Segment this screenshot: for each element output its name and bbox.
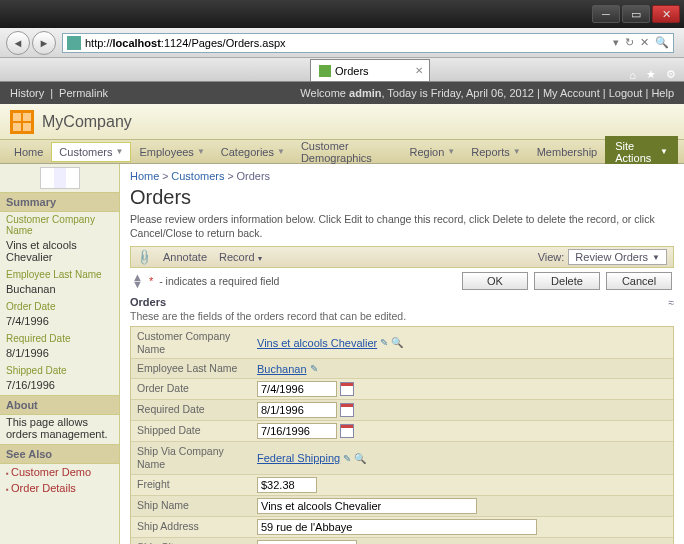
tab-orders[interactable]: Orders ✕ bbox=[310, 59, 430, 81]
required-text: - indicates a required field bbox=[159, 275, 279, 287]
delete-button[interactable]: Delete bbox=[534, 272, 600, 290]
search-icon[interactable]: 🔍 bbox=[655, 36, 669, 49]
refresh-icon[interactable]: ↻ bbox=[625, 36, 634, 49]
breadcrumb: Home > Customers > Orders bbox=[130, 168, 674, 184]
menu-membership[interactable]: Membership bbox=[529, 142, 606, 162]
company-name: MyCompany bbox=[42, 113, 132, 131]
calendar-icon[interactable] bbox=[340, 403, 354, 417]
date-text: , Today is Friday, April 06, 2012 bbox=[381, 87, 533, 99]
dropdown-icon[interactable]: ▾ bbox=[613, 36, 619, 49]
minimize-button[interactable]: ─ bbox=[592, 5, 620, 23]
section-description: These are the fields of the orders recor… bbox=[130, 310, 674, 322]
logout-link[interactable]: Logout bbox=[609, 87, 643, 99]
bc-customers[interactable]: Customers bbox=[171, 170, 224, 182]
permalink-link[interactable]: Permalink bbox=[59, 87, 108, 99]
ccn-link[interactable]: Vins et alcools Chevalier bbox=[257, 337, 377, 349]
main-menu: Home Customers▼ Employees▼ Categories▼ C… bbox=[0, 140, 684, 164]
favicon bbox=[67, 36, 81, 50]
my-account-link[interactable]: My Account bbox=[543, 87, 600, 99]
sidebar-about-text: This page allows orders management. bbox=[0, 415, 119, 444]
order-date-input[interactable] bbox=[257, 381, 337, 397]
bc-current: Orders bbox=[236, 170, 270, 182]
address-bar[interactable]: http://localhost:1124/Pages/Orders.aspx … bbox=[62, 33, 674, 53]
bc-home[interactable]: Home bbox=[130, 170, 159, 182]
sv-label: Ship Via Company Name bbox=[131, 442, 253, 473]
forward-button[interactable]: ► bbox=[32, 31, 56, 55]
sa-label: Ship Address bbox=[131, 517, 253, 537]
sn-label: Ship Name bbox=[131, 496, 253, 516]
rd-label: Required Date bbox=[131, 400, 253, 420]
sb-eln-label: Employee Last Name bbox=[0, 267, 119, 282]
menu-categories[interactable]: Categories▼ bbox=[213, 142, 293, 162]
nav-arrows-icon[interactable]: ▲▼ bbox=[132, 274, 143, 288]
calendar-icon[interactable] bbox=[340, 382, 354, 396]
edit-icon[interactable]: ✎ bbox=[310, 363, 318, 374]
close-button[interactable]: ✕ bbox=[652, 5, 680, 23]
tab-row: Orders ✕ ⌂ ★ ⚙ bbox=[0, 58, 684, 82]
sidebar: Summary Customer Company Name Vins et al… bbox=[0, 164, 120, 544]
view-label: View: bbox=[538, 251, 565, 263]
ship-address-input[interactable] bbox=[257, 519, 537, 535]
shipped-date-input[interactable] bbox=[257, 423, 337, 439]
order-form: Customer Company NameVins et alcools Che… bbox=[130, 326, 674, 544]
menu-region[interactable]: Region▼ bbox=[401, 142, 463, 162]
stop-icon[interactable]: ✕ bbox=[640, 36, 649, 49]
app-topbar: History | Permalink Welcome admin, Today… bbox=[0, 82, 684, 104]
edit-icon[interactable]: ✎ bbox=[380, 337, 388, 348]
sb-sd-label: Shipped Date bbox=[0, 363, 119, 378]
sidebar-summary-header: Summary bbox=[0, 192, 119, 212]
sc-label: Ship City bbox=[131, 538, 253, 544]
back-button[interactable]: ◄ bbox=[6, 31, 30, 55]
freight-input[interactable] bbox=[257, 477, 317, 493]
menu-employees[interactable]: Employees▼ bbox=[131, 142, 212, 162]
ccn-label: Customer Company Name bbox=[131, 327, 253, 358]
od-label: Order Date bbox=[131, 379, 253, 399]
eln-label: Employee Last Name bbox=[131, 359, 253, 378]
sb-sd-value: 7/16/1996 bbox=[0, 378, 119, 395]
menu-customers[interactable]: Customers▼ bbox=[51, 142, 131, 162]
site-actions-button[interactable]: Site Actions▼ bbox=[605, 136, 678, 168]
ship-name-input[interactable] bbox=[257, 498, 477, 514]
sb-rd-label: Required Date bbox=[0, 331, 119, 346]
tools-icon[interactable]: ⚙ bbox=[666, 68, 676, 81]
sidebar-image bbox=[0, 164, 119, 192]
sidebar-link-customer-demo[interactable]: Customer Demo bbox=[0, 464, 119, 480]
calendar-icon[interactable] bbox=[340, 424, 354, 438]
ship-city-input[interactable] bbox=[257, 540, 357, 544]
welcome-text: Welcome bbox=[300, 87, 349, 99]
required-date-input[interactable] bbox=[257, 402, 337, 418]
sidebar-about-header: About bbox=[0, 395, 119, 415]
shipvia-link[interactable]: Federal Shipping bbox=[257, 452, 340, 464]
main-content: Home > Customers > Orders Orders Please … bbox=[120, 164, 684, 544]
cancel-button[interactable]: Cancel bbox=[606, 272, 672, 290]
sb-od-label: Order Date bbox=[0, 299, 119, 314]
ok-button[interactable]: OK bbox=[462, 272, 528, 290]
lookup-icon[interactable]: 🔍 bbox=[391, 337, 403, 348]
favorites-icon[interactable]: ★ bbox=[646, 68, 656, 81]
tab-close-icon[interactable]: ✕ bbox=[415, 65, 423, 76]
sidebar-link-order-details[interactable]: Order Details bbox=[0, 480, 119, 496]
maximize-button[interactable]: ▭ bbox=[622, 5, 650, 23]
sb-rd-value: 8/1/1996 bbox=[0, 346, 119, 363]
menu-demographics[interactable]: Customer Demographics bbox=[293, 136, 402, 168]
menu-home[interactable]: Home bbox=[6, 142, 51, 162]
edit-icon[interactable]: ✎ bbox=[343, 453, 351, 464]
collapse-icon[interactable]: ≈ bbox=[669, 297, 675, 308]
annotate-button[interactable]: Annotate bbox=[163, 251, 207, 263]
record-menu[interactable]: Record ▾ bbox=[219, 251, 262, 263]
help-link[interactable]: Help bbox=[651, 87, 674, 99]
attachment-icon[interactable]: 📎 bbox=[134, 248, 153, 267]
lookup-icon[interactable]: 🔍 bbox=[354, 453, 366, 464]
menu-reports[interactable]: Reports▼ bbox=[463, 142, 528, 162]
sd-label: Shipped Date bbox=[131, 421, 253, 441]
history-link[interactable]: History bbox=[10, 87, 44, 99]
view-selector[interactable]: Review Orders▼ bbox=[568, 249, 667, 265]
section-header: Orders bbox=[130, 294, 166, 310]
sb-od-value: 7/4/1996 bbox=[0, 314, 119, 331]
window-titlebar: ─ ▭ ✕ bbox=[0, 0, 684, 28]
sb-ccn-label: Customer Company Name bbox=[0, 212, 119, 238]
home-icon[interactable]: ⌂ bbox=[629, 69, 636, 81]
url-text: http://localhost:1124/Pages/Orders.aspx bbox=[85, 37, 286, 49]
eln-link[interactable]: Buchanan bbox=[257, 363, 307, 375]
tab-title: Orders bbox=[335, 65, 369, 77]
